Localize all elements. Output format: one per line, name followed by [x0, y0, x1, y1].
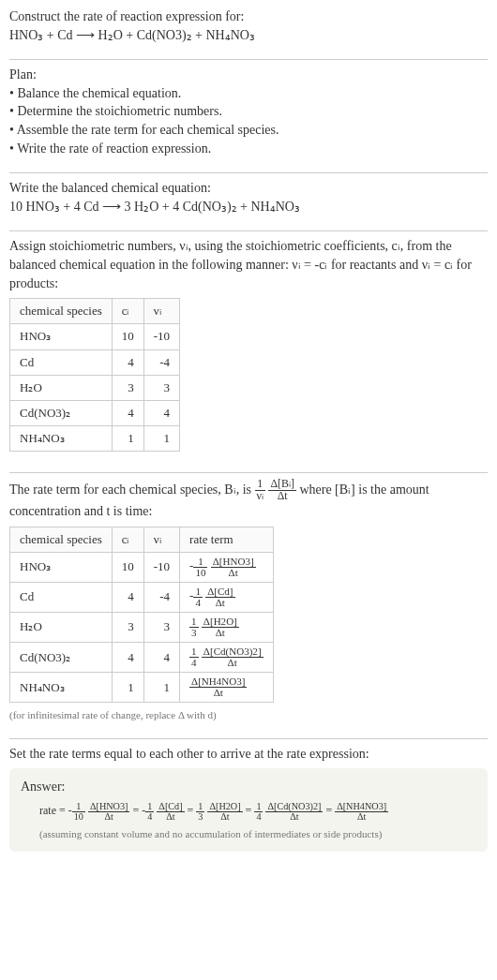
delta-frac: Δ[Cd(NO3)2]Δt	[202, 646, 264, 668]
cell-species: Cd(NO3)₂	[10, 400, 113, 425]
delta-frac: Δ[Cd]Δt	[205, 587, 234, 608]
cell-rate: Δ[NH4NO3]Δt	[180, 673, 274, 703]
balanced-title: Write the balanced chemical equation:	[9, 179, 488, 198]
col-rate: rate term	[180, 527, 274, 552]
cell-c: 4	[112, 400, 143, 425]
cell-c: 4	[112, 582, 143, 612]
cell-species: NH₄NO₃	[10, 426, 113, 452]
table-header-row: chemical species cᵢ νᵢ	[10, 299, 180, 324]
coef-frac: 110	[193, 557, 207, 578]
cell-species: Cd	[10, 349, 113, 375]
col-species: chemical species	[10, 299, 113, 324]
delta-frac: Δ[HNO3]Δt	[211, 557, 256, 578]
cell-v: -10	[143, 324, 179, 349]
cell-rate: -110 Δ[HNO3]Δt	[180, 552, 274, 582]
plan-list: Balance the chemical equation. Determine…	[9, 84, 488, 157]
table-row: Cd 4 -4 -14 Δ[Cd]Δt	[10, 582, 274, 612]
coef-frac: 14	[189, 646, 199, 668]
cell-rate: -14 Δ[Cd]Δt	[180, 582, 274, 612]
coef-frac: 13	[196, 802, 204, 822]
col-v: νᵢ	[143, 299, 179, 324]
cell-c: 1	[112, 426, 143, 452]
delta-frac: Δ[H2O]Δt	[202, 616, 239, 638]
table-row: Cd 4 -4	[10, 349, 180, 375]
cell-species: H₂O	[10, 613, 113, 643]
cell-v: 4	[143, 643, 179, 673]
final-note: (assuming constant volume and no accumul…	[21, 827, 476, 841]
delta-frac: Δ[Cd(NO3)2]Δt	[265, 802, 323, 822]
cell-c: 4	[112, 643, 143, 673]
col-c: cᵢ	[112, 299, 143, 324]
table-row: H₂O 3 3	[10, 375, 180, 400]
cell-v: 4	[143, 400, 179, 425]
table-header-row: chemical species cᵢ νᵢ rate term	[10, 527, 274, 552]
rate-prefix: rate =	[39, 804, 66, 817]
cell-species: Cd	[10, 582, 113, 612]
coef-frac: 14	[193, 587, 203, 608]
table-row: H₂O 3 3 13 Δ[H2O]Δt	[10, 613, 274, 643]
cell-rate: 14 Δ[Cd(NO3)2]Δt	[180, 643, 274, 673]
plan-section: Plan: Balance the chemical equation. Det…	[9, 66, 488, 165]
delta-frac: Δ[NH4NO3]Δt	[335, 802, 388, 822]
rateterm-intro: The rate term for each chemical species,…	[9, 479, 488, 520]
plan-item: Write the rate of reaction expression.	[9, 140, 488, 158]
cell-c: 10	[112, 552, 143, 582]
divider	[9, 230, 488, 231]
stoich-intro: Assign stoichiometric numbers, νᵢ, using…	[9, 237, 488, 292]
cell-v: 3	[143, 613, 179, 643]
coef-frac: 13	[189, 616, 199, 638]
cell-v: -10	[143, 552, 179, 582]
cell-rate: 13 Δ[H2O]Δt	[180, 613, 274, 643]
cell-v: -4	[143, 349, 179, 375]
delta-frac: Δ[H2O]Δt	[207, 802, 242, 822]
final-section: Set the rate terms equal to each other t…	[9, 745, 488, 859]
col-species: chemical species	[10, 527, 113, 552]
coef-frac: 110	[72, 802, 85, 822]
stoich-table: chemical species cᵢ νᵢ HNO₃ 10 -10 Cd 4 …	[9, 298, 180, 452]
frac-1-over-vi: 1νᵢ	[255, 479, 265, 502]
header-title: Construct the rate of reaction expressio…	[9, 7, 488, 26]
plan-item: Balance the chemical equation.	[9, 84, 488, 103]
divider	[9, 172, 488, 173]
table-row: NH₄NO₃ 1 1 Δ[NH4NO3]Δt	[10, 673, 274, 703]
cell-species: HNO₃	[10, 552, 113, 582]
table-row: NH₄NO₃ 1 1	[10, 426, 180, 452]
stoich-section: Assign stoichiometric numbers, νᵢ, using…	[9, 237, 488, 465]
balanced-equation: 10 HNO₃ + 4 Cd ⟶ 3 H₂O + 4 Cd(NO₃)₂ + NH…	[9, 198, 488, 216]
plan-item: Determine the stoichiometric numbers.	[9, 102, 488, 121]
cell-species: Cd(NO3)₂	[10, 643, 113, 673]
col-c: cᵢ	[112, 527, 143, 552]
delta-frac: Δ[NH4NO3]Δt	[189, 676, 247, 698]
divider	[9, 472, 488, 473]
cell-v: -4	[143, 582, 179, 612]
rateterm-table: chemical species cᵢ νᵢ rate term HNO₃ 10…	[9, 527, 274, 704]
cell-c: 3	[112, 375, 143, 400]
cell-species: H₂O	[10, 375, 113, 400]
balanced-section: Write the balanced chemical equation: 10…	[9, 179, 488, 223]
table-row: HNO₃ 10 -10 -110 Δ[HNO3]Δt	[10, 552, 274, 582]
cell-v: 1	[143, 426, 179, 452]
cell-v: 1	[143, 673, 179, 703]
cell-c: 10	[112, 324, 143, 349]
cell-c: 1	[112, 673, 143, 703]
intro-text: The rate term for each chemical species,…	[9, 483, 255, 497]
coef-frac: 14	[145, 802, 154, 822]
rateterm-section: The rate term for each chemical species,…	[9, 479, 488, 730]
cell-v: 3	[143, 375, 179, 400]
header-section: Construct the rate of reaction expressio…	[9, 7, 488, 52]
delta-frac: Δ[Cd]Δt	[157, 802, 184, 822]
rateterm-note: (for infinitesimal rate of change, repla…	[9, 708, 488, 722]
rate-expression: rate = -110 Δ[HNO3]Δt = -14 Δ[Cd]Δt = 13…	[21, 802, 476, 822]
frac-dBi-dt: Δ[Bᵢ]Δt	[268, 479, 296, 502]
cell-c: 4	[112, 349, 143, 375]
coef-frac: 14	[254, 802, 263, 822]
divider	[9, 59, 488, 60]
cell-c: 3	[112, 613, 143, 643]
rateterm-formula: 1νᵢ Δ[Bᵢ]Δt	[255, 483, 300, 497]
table-row: Cd(NO3)₂ 4 4	[10, 400, 180, 425]
final-title: Set the rate terms equal to each other t…	[9, 745, 488, 764]
table-row: Cd(NO3)₂ 4 4 14 Δ[Cd(NO3)2]Δt	[10, 643, 274, 673]
cell-species: HNO₃	[10, 324, 113, 349]
cell-species: NH₄NO₃	[10, 673, 113, 703]
col-v: νᵢ	[143, 527, 179, 552]
